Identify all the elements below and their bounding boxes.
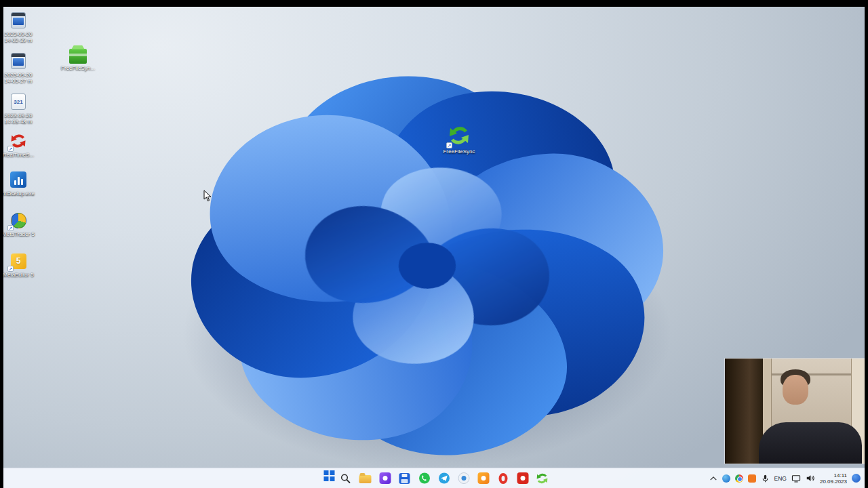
desktop-icon-label: 2023-09-20 14-02-39 m (3, 31, 36, 43)
desktop-icon-mt5setup[interactable]: mt5setup.exe (3, 170, 36, 197)
mouse-cursor (203, 190, 212, 205)
light-app-icon (458, 472, 469, 484)
app-light-button[interactable] (455, 470, 473, 487)
app-orange-button[interactable] (475, 470, 492, 487)
purple-app-icon (379, 472, 391, 484)
windows-logo-icon (323, 470, 328, 475)
cast-button[interactable] (791, 474, 801, 483)
clock-date: 20.09.2023 (820, 479, 847, 485)
tray-app-blue-icon[interactable] (722, 474, 730, 483)
red-app-icon (517, 472, 528, 484)
metatrader-logo-icon: ↗ (9, 211, 28, 230)
start-button[interactable] (317, 470, 335, 487)
app-red-button[interactable] (514, 470, 532, 487)
desktop-icon-video-recording-3[interactable]: 321 2023-09-20 14-03-48 m (3, 92, 36, 125)
shortcut-arrow-overlay: ↗ (7, 266, 14, 272)
mt5-installer-icon (9, 170, 28, 189)
video-file-glyph (11, 53, 26, 69)
metaeditor-badge: 5 (16, 256, 21, 266)
cursor-arrow-icon (203, 190, 212, 202)
whatsapp-button[interactable] (416, 470, 433, 487)
video-file-icon (9, 52, 28, 70)
search-icon (340, 473, 351, 484)
speaker-icon (806, 474, 815, 483)
desktop-icon-label: MetaTrader 5 (3, 231, 36, 237)
webcam-overlay (724, 358, 865, 464)
film-strip (13, 58, 24, 66)
orange-app-icon (477, 472, 489, 484)
notification-button[interactable] (852, 474, 861, 483)
box-flap (70, 45, 86, 49)
desktop-icon-metatrader5[interactable]: ↗ MetaTrader 5 (3, 211, 36, 237)
sync-arrows-red-icon: ↗ (9, 131, 28, 150)
microphone-icon (761, 474, 770, 483)
video-file-glyph (11, 12, 26, 28)
desktop-icon-label: 2023-09-20 14-03-48 m (3, 113, 36, 125)
taskbar: ENG 14:11 20.09.2023 (3, 468, 865, 488)
language-indicator[interactable]: ENG (774, 475, 787, 482)
search-button[interactable] (337, 470, 355, 487)
desktop-icon-metaeditor5[interactable]: 5 ↗ MetaEditor 5 (3, 251, 36, 278)
bar (21, 179, 23, 185)
bar (14, 180, 16, 185)
desktop-icon-label: RealTimeS... (3, 152, 36, 158)
desktop-icon-freefilesync-installer[interactable]: FreeFileSyn... (60, 45, 96, 71)
desktop-icon-video-recording-2[interactable]: 2023-09-20 14-03-27 m (3, 52, 36, 84)
shortcut-arrow-overlay: ↗ (446, 142, 452, 148)
film-strip (13, 18, 24, 25)
microphone-button[interactable] (761, 474, 770, 483)
freefilesync-button[interactable] (534, 470, 551, 487)
chevron-up-icon (709, 474, 717, 483)
numbered-file-icon: 321 (9, 92, 28, 111)
taskbar-center-icons (317, 468, 551, 488)
person-head (783, 375, 808, 405)
floppy-disk-icon (399, 473, 410, 484)
clapper-strip (12, 54, 25, 57)
app-purple-button[interactable] (376, 470, 394, 487)
person-body (759, 422, 862, 464)
file-glyph: 321 (11, 94, 26, 110)
whatsapp-icon (418, 472, 430, 484)
metaeditor-icon: 5 ↗ (9, 251, 28, 270)
folder-icon (359, 475, 372, 483)
bar (18, 177, 20, 185)
tray-overflow-button[interactable] (709, 474, 717, 483)
telegram-button[interactable] (435, 470, 453, 487)
chrome-icon[interactable] (735, 474, 743, 483)
desktop-icon-label: MetaEditor 5 (3, 272, 36, 278)
desktop: 2023-09-20 14-02-39 m 2023-09-20 14-03-2… (3, 7, 865, 488)
wardrobe (725, 359, 763, 464)
desktop-icon-realtimesync[interactable]: ↗ RealTimeS... (3, 131, 36, 158)
opera-icon (498, 473, 507, 484)
desktop-icon-freefilesync[interactable]: ↗ FreeFileSync (439, 124, 479, 155)
desktop-icon-video-recording-1[interactable]: 2023-09-20 14-02-39 m (3, 11, 36, 43)
system-tray: ENG 14:11 20.09.2023 (709, 468, 861, 488)
desktop-icon-label: FreeFileSyn... (60, 65, 96, 71)
box-band (69, 54, 87, 56)
file-explorer-button[interactable] (357, 470, 374, 487)
volume-button[interactable] (806, 474, 815, 483)
green-box-glyph (69, 49, 87, 64)
cast-screen-icon (791, 474, 801, 483)
video-frame: 2023-09-20 14-02-39 m 2023-09-20 14-03-2… (0, 0, 868, 488)
sync-arrows-green-icon: ↗ (448, 124, 471, 147)
desktop-icon-label: FreeFileSync (439, 148, 479, 155)
sync-arrows-green-icon (536, 472, 549, 485)
clock-time: 14:11 (834, 472, 847, 479)
desktop-icon-label: 2023-09-20 14-03-27 m (3, 72, 36, 84)
mt5-glyph (10, 171, 26, 188)
opera-button[interactable] (494, 470, 512, 487)
shortcut-arrow-overlay: ↗ (7, 225, 14, 231)
telegram-icon (438, 472, 450, 484)
clock[interactable]: 14:11 20.09.2023 (820, 472, 847, 485)
app-save-button[interactable] (396, 470, 414, 487)
tray-app-orange-icon[interactable] (748, 474, 756, 483)
file-badge: 321 (14, 99, 22, 105)
clapper-strip (12, 13, 25, 16)
shortcut-arrow-overlay: ↗ (7, 146, 14, 152)
desktop-icon-label: mt5setup.exe (3, 190, 36, 197)
wallpaper-bloom (136, 42, 719, 476)
package-box-icon (68, 45, 87, 64)
video-file-icon (9, 11, 28, 30)
